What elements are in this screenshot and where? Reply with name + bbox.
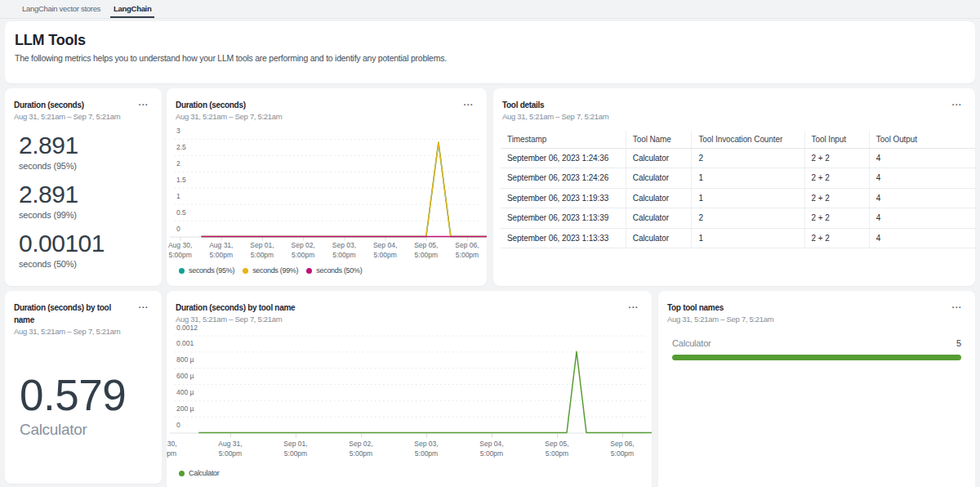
- table-cell: 2 + 2: [804, 148, 869, 168]
- top-tool-item[interactable]: Calculator 5: [667, 338, 966, 360]
- panel-title: Duration (seconds): [14, 99, 153, 111]
- table-cell: 2: [692, 148, 804, 168]
- stat-value: 0.00101: [19, 229, 153, 258]
- legend-item-calculator[interactable]: Calculator: [179, 469, 220, 477]
- stat-value: 2.891: [19, 131, 153, 160]
- legend-item-p99[interactable]: seconds (99%): [243, 266, 298, 275]
- panel-menu-icon[interactable]: ···: [139, 302, 149, 312]
- table-row[interactable]: September 06, 2023 1:24:36Calculator22 +…: [501, 148, 975, 168]
- table-cell: September 06, 2023 1:13:33: [501, 228, 626, 248]
- stat-label: seconds (95%): [19, 160, 153, 172]
- top-tool-value: 5: [956, 338, 961, 348]
- x-axis-tick-label: Sep 04, 5:00pm: [479, 440, 503, 458]
- top-tool-bar: [672, 355, 961, 360]
- chart-legend: seconds (95%) seconds (99%) seconds (50%…: [179, 266, 362, 275]
- stat-label: seconds (50%): [19, 258, 153, 270]
- tool-details-table: TimestampTool NameTool Invocation Counte…: [501, 131, 975, 248]
- x-axis-tick-label: Sep 05, 5:00pm: [545, 440, 568, 458]
- table-cell: 4: [869, 168, 975, 189]
- table-cell: September 06, 2023 1:19:33: [501, 188, 626, 208]
- big-stat-label: Calculator: [20, 420, 126, 440]
- x-axis-tick-label: Sep 05, 5:00pm: [414, 241, 438, 260]
- y-axis-tick-label: 200 µ: [176, 404, 194, 414]
- column-header[interactable]: Tool Name: [626, 131, 692, 148]
- column-header[interactable]: Tool Output: [869, 131, 975, 148]
- table-cell: Calculator: [626, 148, 692, 168]
- legend-item-p50[interactable]: seconds (50%): [306, 266, 362, 275]
- panel-duration-by-tool-chart: Duration (seconds) by tool name Aug 31, …: [167, 291, 652, 487]
- stat-p50: 0.00101 seconds (50%): [19, 229, 153, 270]
- x-axis-tick-label: Sep 01, 5:00pm: [283, 440, 307, 458]
- x-axis-tick-label: Aug 31, 5:00pm: [218, 440, 242, 458]
- panel-title: Tool details: [502, 99, 966, 111]
- x-axis-tick-label: Sep 03, 5:00pm: [414, 440, 438, 458]
- table-cell: September 06, 2023 1:24:26: [501, 168, 626, 189]
- x-axis-tick-label: Sep 01, 5:00pm: [250, 241, 274, 260]
- legend-dot-icon: [243, 268, 248, 274]
- table-row[interactable]: September 06, 2023 1:24:26Calculator12 +…: [501, 168, 975, 189]
- y-axis-tick-label: 600 µ: [176, 371, 194, 382]
- y-axis-tick-label: 0.001: [176, 338, 194, 349]
- panel-time-range: Aug 31, 5:21am – Sep 7, 5:21am: [14, 326, 153, 337]
- line-series: [202, 142, 488, 236]
- legend-item-p95[interactable]: seconds (95%): [179, 266, 234, 275]
- table-cell: 1: [692, 228, 804, 248]
- table-cell: 2: [692, 208, 804, 229]
- y-axis-tick-label: 1.5: [176, 175, 186, 185]
- page-title: LLM Tools: [15, 30, 965, 50]
- panel-title: Duration (seconds) by tool name: [14, 302, 153, 326]
- column-header[interactable]: Tool Invocation Counter: [692, 131, 804, 148]
- panel-top-tool-names: Top tool names Aug 31, 5:21am – Sep 7, 5…: [658, 291, 975, 487]
- panel-time-range: Aug 31, 5:21am – Sep 7, 5:21am: [667, 314, 966, 325]
- dashboard-screen: LangChain vector stores LangChain LLM To…: [0, 0, 980, 487]
- duration-by-tool-line-chart[interactable]: 0200 µ400 µ600 µ800 µ0.0010.0012Aug 30, …: [167, 291, 652, 487]
- panel-menu-icon[interactable]: ···: [952, 302, 963, 312]
- legend-label: Calculator: [189, 469, 220, 477]
- table-row[interactable]: September 06, 2023 1:19:33Calculator12 +…: [501, 188, 975, 208]
- table-row[interactable]: September 06, 2023 1:13:39Calculator22 +…: [501, 208, 975, 229]
- x-axis-tick-label: Sep 03, 5:00pm: [332, 241, 356, 260]
- y-axis-tick-label: 400 µ: [176, 387, 194, 398]
- panel-title: Top tool names: [667, 302, 966, 314]
- table-cell: 2 + 2: [804, 168, 869, 189]
- x-axis-tick-label: Sep 06, 5:00pm: [610, 440, 634, 458]
- line-series: [198, 351, 652, 432]
- stat-p95: 2.891 seconds (95%): [19, 131, 153, 172]
- page-description: The following metrics helps you to under…: [15, 52, 965, 65]
- panel-duration-by-tool-stat: Duration (seconds) by tool name Aug 31, …: [5, 291, 162, 484]
- panel-tool-details: Tool details Aug 31, 5:21am – Sep 7, 5:2…: [493, 88, 975, 286]
- panel-duration-stats: Duration (seconds) Aug 31, 5:21am – Sep …: [5, 88, 162, 286]
- y-axis-tick-label: 0: [176, 420, 180, 431]
- panel-menu-icon[interactable]: ···: [952, 100, 963, 109]
- panel-duration-chart: Duration (seconds) Aug 31, 5:21am – Sep …: [167, 88, 487, 286]
- y-axis-tick-label: 800 µ: [176, 355, 194, 365]
- table-cell: September 06, 2023 1:24:36: [501, 148, 626, 168]
- column-header[interactable]: Timestamp: [501, 131, 626, 148]
- panel-time-range: Aug 31, 5:21am – Sep 7, 5:21am: [14, 111, 153, 123]
- top-tool-label: Calculator: [672, 338, 711, 348]
- x-axis-tick-label: Aug 30, 5:00pm: [167, 440, 177, 458]
- table-cell: September 06, 2023 1:13:39: [501, 208, 626, 229]
- table-cell: 1: [692, 168, 804, 189]
- tab-langchain[interactable]: LangChain: [110, 0, 154, 18]
- duration-line-chart[interactable]: 00.511.522.53Aug 30, 5:00pmAug 31, 5:00p…: [167, 88, 487, 286]
- table-row[interactable]: September 06, 2023 1:13:33Calculator12 +…: [501, 228, 975, 248]
- table-cell: Calculator: [626, 188, 692, 208]
- table-cell: 4: [869, 228, 975, 248]
- legend-dot-icon: [306, 268, 312, 274]
- big-stat-value: 0.579: [20, 373, 126, 418]
- tab-langchain-vector-stores[interactable]: LangChain vector stores: [19, 0, 104, 18]
- y-axis-tick-label: 0: [176, 224, 180, 235]
- panel-time-range: Aug 31, 5:21am – Sep 7, 5:21am: [502, 111, 966, 123]
- table-cell: 2 + 2: [804, 188, 869, 208]
- x-axis-tick-label: Sep 02, 5:00pm: [292, 241, 315, 260]
- y-axis-tick-label: 1: [176, 191, 180, 202]
- column-header[interactable]: Tool Input: [804, 131, 869, 148]
- stat-label: seconds (99%): [19, 209, 153, 221]
- table-cell: 4: [869, 208, 975, 229]
- legend-dot-icon: [179, 268, 185, 274]
- panel-menu-icon[interactable]: ···: [139, 100, 149, 109]
- legend-label: seconds (50%): [316, 266, 362, 275]
- y-axis-tick-label: 0.0012: [176, 323, 198, 333]
- table-cell: 2 + 2: [804, 208, 869, 229]
